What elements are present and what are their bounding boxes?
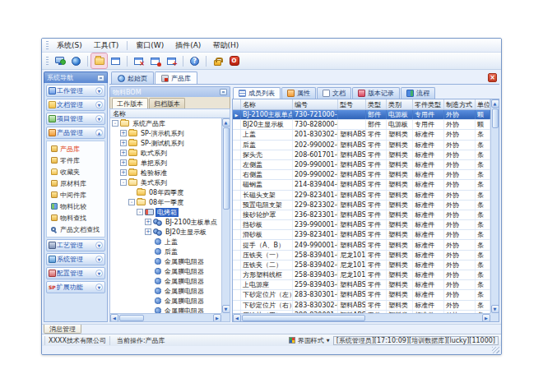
table-row[interactable]: 磁钢盖214-839404-01X塑料ABS零件塑料类标准件外协条 — [233, 180, 490, 190]
doc-tab-0[interactable]: 起始页 — [111, 71, 154, 84]
tree-node[interactable]: 上盖 — [110, 237, 221, 247]
sidebar-item-2[interactable]: 收藏夹 — [47, 166, 104, 178]
panel-tab-4[interactable]: 流程 — [401, 87, 435, 99]
chevron-icon[interactable] — [95, 87, 103, 95]
table-row[interactable]: 挡砂板239-990001-01X塑料ABS零件塑料类标准件外协条 — [233, 220, 490, 230]
tree-toggle-icon[interactable]: + — [120, 159, 127, 166]
chevron-icon[interactable] — [95, 242, 103, 249]
column-header[interactable]: 编号 — [293, 99, 338, 109]
pushpin-icon[interactable] — [220, 89, 227, 95]
tree-toggle-icon[interactable]: - — [112, 120, 118, 127]
table-row[interactable]: 压铁夹（一）258-839401-00X尼龙1010零件塑料类标准件外协条 — [233, 251, 490, 261]
panel-tab-3[interactable]: 版本记录 — [352, 87, 400, 99]
system-monitor-icon[interactable] — [52, 53, 67, 68]
column-header[interactable]: 名称 — [241, 99, 293, 109]
sidebar-item-0[interactable]: 产品库 — [47, 143, 104, 154]
sidebar-section-5[interactable]: 系统管理 — [46, 253, 105, 265]
table-row[interactable]: 上电源座259-839403-00X塑料ABS零件塑料类标准件外协条 — [233, 280, 490, 290]
column-header[interactable]: 制造方式 — [444, 99, 476, 109]
sidebar-section-6[interactable]: 配置管理 — [46, 267, 105, 279]
tab-message-manager[interactable]: 消息管理 — [44, 325, 81, 334]
column-header[interactable]: 类型 — [366, 99, 387, 109]
tree-node[interactable]: 金属膜电阻器 — [110, 276, 221, 286]
tree-node[interactable]: 金属膜电阻器 — [110, 286, 221, 296]
sidebar-section-3[interactable]: 产品管理 — [46, 127, 105, 139]
help-icon[interactable] — [187, 53, 202, 68]
scrollbar-thumb[interactable] — [119, 315, 144, 321]
table-row[interactable]: 接砂轮护罩236-823301-00X塑料ABS零件塑料类标准件外协条 — [233, 210, 490, 220]
sidebar-section-7[interactable]: SP扩展功能 — [46, 281, 105, 293]
tree-node[interactable]: +BJ20主显示板 — [110, 227, 221, 237]
tree-node[interactable]: -电烤箱 — [110, 207, 221, 217]
chevron-icon[interactable] — [95, 284, 103, 291]
panel-tab-1[interactable]: 属性 — [281, 87, 316, 99]
tree-node[interactable]: -美式系列 — [110, 178, 221, 187]
sidebar-item-6[interactable]: 物料查找 — [47, 212, 104, 224]
tree-vertical-scrollbar[interactable] — [221, 118, 230, 313]
tree-node[interactable]: 金属膜电阻器 — [110, 256, 221, 266]
column-header[interactable]: 零件类型 — [413, 99, 444, 109]
chevron-icon[interactable] — [95, 256, 103, 263]
tree-toggle-icon[interactable]: + — [120, 140, 127, 146]
lock-icon[interactable] — [210, 53, 225, 68]
scroll-left-icon[interactable] — [110, 314, 118, 322]
sidebar-section-1[interactable]: 文档管理 — [46, 99, 105, 111]
doc-tab-1[interactable]: 产品库 — [155, 71, 197, 84]
scroll-up-icon[interactable] — [222, 118, 230, 127]
table-row[interactable]: BJ20主显示板730-828000-04X部件电源板专用件外协颗 — [233, 120, 490, 130]
table-row[interactable]: 下砂定位片（右）283-830302-00X塑料ABS零件塑料类标准件外协条 — [233, 301, 490, 311]
chevron-icon[interactable] — [95, 270, 103, 277]
tree-toggle-icon[interactable]: - — [137, 209, 143, 215]
table-row[interactable]: 压铁夹（二）258-839402-00X尼龙1010零件塑料类标准件外协条 — [233, 261, 490, 270]
sidebar-item-3[interactable]: 原材料库 — [47, 178, 104, 189]
tree-node[interactable]: +BJ-2100主板单点 — [110, 217, 221, 227]
sidebar-item-4[interactable]: 中间件库 — [47, 189, 104, 201]
open-library-icon[interactable] — [91, 53, 107, 68]
tree-toggle-icon[interactable]: + — [120, 150, 127, 156]
tree-node[interactable]: 金属膜电阻器 — [110, 306, 221, 313]
close-window-icon[interactable] — [131, 53, 146, 68]
tree-node[interactable]: -08年一季度 — [110, 197, 221, 207]
tree-toggle-icon[interactable]: - — [120, 179, 127, 186]
tree-node[interactable]: +SP-测试机系列 — [110, 138, 221, 148]
menu-item[interactable]: 工具(T) — [88, 39, 125, 52]
table-row[interactable]: 预置电阻支架229-823302-00X塑料ABS零件塑料类标准件外协条 — [233, 201, 490, 210]
tree-toggle-icon[interactable]: - — [128, 199, 135, 205]
scroll-down-icon[interactable] — [222, 305, 230, 313]
tree-node[interactable]: 后盖 — [110, 247, 221, 256]
network-globe-icon[interactable] — [68, 53, 84, 68]
chevron-icon[interactable] — [95, 115, 103, 122]
tree-node[interactable]: +SP-演示机系列 — [110, 128, 221, 138]
toolbar-grip[interactable] — [46, 57, 49, 66]
sidebar-item-5[interactable]: 物料比较 — [47, 201, 104, 212]
version-tab-0[interactable]: 工作版本 — [112, 98, 148, 108]
table-row[interactable]: 左侧盖209-990001-01X塑料ABS零件塑料类标准件外协条 — [233, 160, 490, 170]
tree-toggle-icon[interactable]: + — [145, 219, 151, 225]
sidebar-section-0[interactable]: 工作管理 — [46, 85, 105, 97]
resize-grip[interactable] — [492, 347, 499, 353]
table-row[interactable]: 提手（A、B）249-990001-01X塑料ABS零件塑料类标准件外协条 — [233, 240, 490, 250]
tree-toggle-icon[interactable]: + — [120, 130, 127, 136]
sidebar-section-2[interactable]: 项目管理 — [46, 113, 105, 125]
table-row[interactable]: 下砂定位片（左）283-830301-00X塑料ABS零件塑料类标准件外协条 — [233, 290, 490, 300]
sidebar-item-1[interactable]: 零件库 — [47, 154, 104, 166]
table-row[interactable]: 长磁头支架229-823401-00X塑料ABS零件塑料类标准件外协条 — [233, 191, 490, 201]
table-row[interactable]: 后盖202-990002-01X塑料ABS零件塑料类标准件外协条 — [233, 141, 490, 150]
sidebar-item-7[interactable]: 产品文档查找 — [47, 224, 104, 235]
grid-horizontal-scrollbar[interactable] — [233, 313, 490, 321]
column-header[interactable]: 型号 — [338, 99, 366, 109]
tree-horizontal-scrollbar[interactable] — [110, 313, 221, 321]
tree-node[interactable]: +单把系列 — [110, 158, 221, 168]
refresh-window-icon[interactable] — [147, 53, 163, 68]
panel-tab-0[interactable]: 成员列表 — [233, 87, 281, 99]
table-row[interactable]: 探头壳208-601701-01X塑料ABS零件塑料类标准件外协条 — [233, 150, 490, 160]
exit-icon[interactable] — [226, 53, 242, 68]
scrollbar-thumb[interactable] — [242, 315, 365, 321]
tree-node[interactable]: 08年四季度 — [110, 187, 221, 197]
column-header[interactable]: 单位 — [476, 99, 490, 109]
table-row[interactable]: 右侧盖209-990002-01X塑料ABS零件塑料类标准件外协条 — [233, 170, 490, 180]
table-row[interactable]: BJ-2100主板单点730-721000-12X部件电源板专用件外协颗 — [233, 110, 490, 120]
tree-column-header[interactable]: 名称 — [109, 108, 230, 118]
scroll-down-icon[interactable] — [491, 305, 499, 313]
column-header[interactable]: 类别 — [387, 99, 413, 109]
